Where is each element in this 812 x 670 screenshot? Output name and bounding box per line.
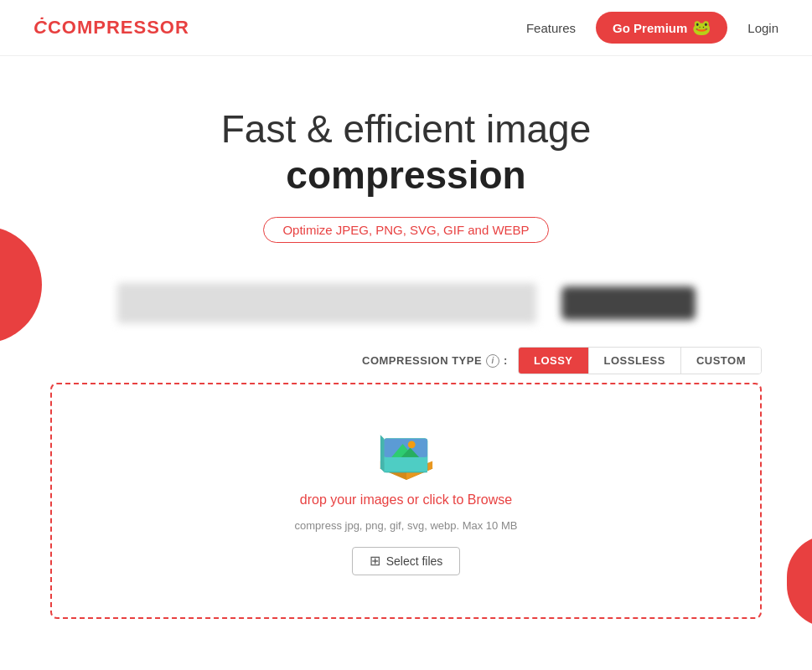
- decorative-circle-right: [787, 535, 812, 627]
- premium-emoji: 🐸: [692, 18, 711, 37]
- compression-type-row: COMPRESSION TYPE i : LOSSY LOSSLESS CUST…: [0, 338, 812, 383]
- compression-options: LOSSY LOSSLESS CUSTOM: [518, 347, 762, 374]
- dropzone-wrapper: drop your images or click to Browse comp…: [0, 383, 812, 652]
- go-premium-button[interactable]: Go Premium 🐸: [596, 12, 727, 44]
- logo-char-c: Ċ: [34, 17, 48, 38]
- hero-title-line1: Fast & efficient image: [17, 106, 795, 152]
- logo-text: ĊCOMPRESSOR: [34, 17, 189, 39]
- plus-icon: ⊞: [370, 554, 380, 568]
- blurred-button: [561, 286, 696, 320]
- hero-subtitle: Optimize JPEG, PNG, SVG, GIF and WEBP: [263, 217, 548, 243]
- svg-marker-9: [380, 436, 383, 472]
- select-files-button[interactable]: ⊞ Select files: [352, 547, 461, 575]
- blurred-section: [0, 268, 812, 338]
- svg-point-7: [407, 441, 415, 449]
- compression-label-text: COMPRESSION TYPE: [362, 354, 482, 367]
- select-files-label: Select files: [386, 554, 443, 568]
- hero-subtitle-wrapper: Optimize JPEG, PNG, SVG, GIF and WEBP: [17, 217, 795, 243]
- compression-lossless-button[interactable]: LOSSLESS: [589, 348, 681, 374]
- info-icon[interactable]: i: [486, 354, 499, 368]
- nav-features-link[interactable]: Features: [526, 21, 576, 35]
- compression-type-label: COMPRESSION TYPE i :: [362, 354, 508, 368]
- nav-right: Features Go Premium 🐸 Login: [526, 12, 778, 44]
- svg-rect-8: [384, 457, 427, 472]
- compression-custom-button[interactable]: CUSTOM: [681, 348, 761, 374]
- drop-image-icon: [373, 426, 440, 481]
- header: ĊCOMPRESSOR Features Go Premium 🐸 Login: [0, 0, 812, 56]
- premium-label: Go Premium: [613, 21, 687, 35]
- hero-section: Fast & efficient image compression Optim…: [0, 56, 812, 268]
- compression-lossy-button[interactable]: LOSSY: [519, 348, 589, 374]
- logo-brand: COMPRESSOR: [48, 17, 189, 38]
- logo: ĊCOMPRESSOR: [34, 17, 189, 39]
- colon: :: [504, 354, 508, 367]
- login-link[interactable]: Login: [747, 21, 778, 35]
- dropzone[interactable]: drop your images or click to Browse comp…: [50, 383, 762, 619]
- hero-title-line2: compression: [17, 152, 795, 198]
- drop-prompt: drop your images or click to Browse: [300, 492, 512, 508]
- drop-hint: compress jpg, png, gif, svg, webp. Max 1…: [295, 519, 518, 532]
- blurred-text-block: [117, 283, 536, 323]
